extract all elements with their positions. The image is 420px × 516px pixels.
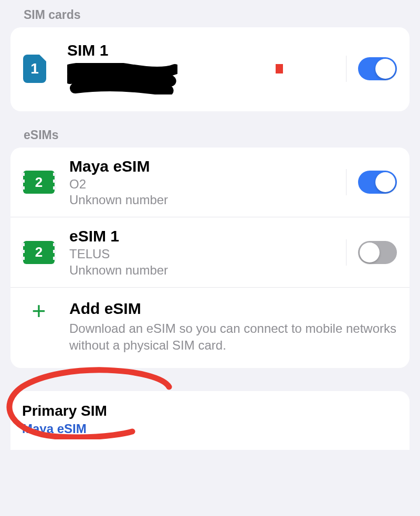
- esim-carrier: O2: [69, 176, 346, 193]
- redacted-scribble: [67, 63, 177, 94]
- status-dot-icon: [276, 64, 283, 73]
- sim-text-col: SIM 1: [67, 41, 276, 97]
- sim1-toggle[interactable]: [358, 57, 397, 80]
- sim-slot-number: 1: [30, 60, 39, 77]
- esim-slot-number: 2: [35, 244, 43, 260]
- primary-sim-label: Primary SIM: [22, 403, 398, 419]
- section-header-esims: eSIMs: [0, 111, 420, 148]
- esim-icon: 2: [23, 171, 55, 194]
- esim-title: Maya eSIM: [69, 157, 346, 176]
- primary-sim-value: Maya eSIM: [22, 422, 398, 436]
- esim-title: eSIM 1: [69, 227, 346, 246]
- add-esim-description: Download an eSIM so you can connect to m…: [69, 318, 397, 354]
- toggle-container: [346, 239, 397, 266]
- esim1-toggle[interactable]: [358, 241, 397, 264]
- esim-number-status: Unknown number: [69, 193, 346, 207]
- esim-maya-toggle[interactable]: [358, 171, 397, 194]
- sim-card-row[interactable]: 1 SIM 1: [10, 27, 410, 111]
- sim-cards-card: 1 SIM 1: [10, 27, 410, 111]
- esim-number-status: Unknown number: [69, 263, 346, 278]
- esim-row[interactable]: 2 eSIM 1 TELUS Unknown number: [10, 217, 410, 287]
- esim-carrier: TELUS: [69, 246, 346, 262]
- esim-row[interactable]: 2 Maya eSIM O2 Unknown number: [10, 148, 410, 217]
- esim-slot-number: 2: [35, 174, 43, 191]
- section-header-sim-cards: SIM cards: [0, 0, 420, 27]
- sim-icon: 1: [23, 55, 46, 83]
- add-esim-row[interactable]: + Add eSIM Download an eSIM so you can c…: [10, 287, 410, 368]
- toggle-container: [346, 56, 397, 82]
- add-esim-title: Add eSIM: [69, 299, 397, 318]
- sim-title: SIM 1: [67, 41, 276, 60]
- primary-sim-row[interactable]: Primary SIM Maya eSIM: [10, 391, 410, 450]
- esims-card: 2 Maya eSIM O2 Unknown number 2 eSIM 1 T…: [10, 148, 410, 368]
- toggle-container: [346, 169, 397, 195]
- plus-icon: +: [23, 299, 55, 322]
- esim-icon: 2: [23, 241, 55, 264]
